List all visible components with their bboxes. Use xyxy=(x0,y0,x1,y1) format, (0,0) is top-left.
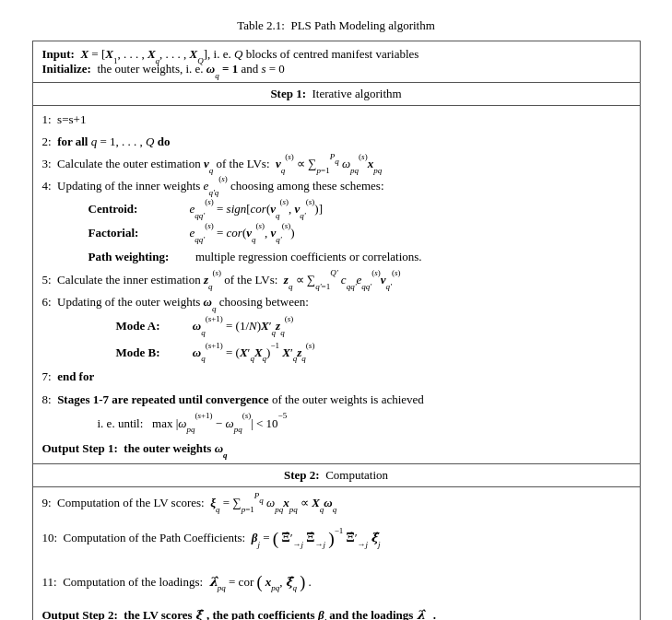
line4: 4: Updating of the inner weights eq'q(s)… xyxy=(42,175,631,197)
step1-header: Step 1: Iterative algorithm xyxy=(32,83,640,106)
line1: 1: s=s+1 xyxy=(42,109,631,131)
line8: 8: Stages 1-7 are repeated until converg… xyxy=(42,389,631,411)
step2-line9: 9: Computation of the LV scores: ξq = ∑p… xyxy=(42,490,631,517)
mode-b-line: Mode B: ωq(s+1) = (X′qXq)−1 X′qzq(s) xyxy=(42,340,631,367)
centroid-line: Centroid: eqq'(s) = sign[cor(νq(s), νq'(… xyxy=(42,197,631,221)
step1-body: 1: s=s+1 2: for all q = 1, . . . , Q do … xyxy=(32,106,640,464)
mode-a-line: Mode A: ωq(s+1) = (1/N)X′qzq(s) xyxy=(42,313,631,340)
line6: 6: Updating of the outer weights ωq choo… xyxy=(42,291,631,313)
input-line: Input: X = [X1, . . . , Xq, . . . , XQ],… xyxy=(42,47,631,62)
initialize-line: Initialize: the outer weights, i. e. ωq … xyxy=(42,62,631,76)
line3: 3: Calculate the outer estimation νq of … xyxy=(42,153,631,175)
step2-body: 9: Computation of the LV scores: ξq = ∑p… xyxy=(32,487,640,620)
step2-line11: 11: Computation of the loadings: λ̂pq = … xyxy=(42,562,631,604)
convergence-line: i. e. until: max |ωpq(s+1) − ωpq(s)| < 1… xyxy=(42,411,631,438)
table-title: Table 2.1: PLS Path Modeling algorithm xyxy=(32,18,641,33)
output-step1: Output Step 1: the outer weights ωq xyxy=(42,437,631,461)
output-step2: Output Step 2: the LV scores ξ̂q, the pa… xyxy=(42,603,631,620)
line2: 2: for all q = 1, . . . , Q do xyxy=(42,131,631,153)
page-container: Table 2.1: PLS Path Modeling algorithm I… xyxy=(32,18,641,620)
path-weighting-line: Path weighting: multiple regression coef… xyxy=(42,245,631,269)
factorial-line: Factorial: eqq'(s) = cor(νq(s), νq'(s)) xyxy=(42,221,631,245)
line7: 7: end for xyxy=(42,366,631,388)
step2-header: Step 2: Computation xyxy=(32,464,640,487)
line5: 5: Calculate the inner estimation zq(s) … xyxy=(42,269,631,291)
step2-line10: 10: Computation of the Path Coefficients… xyxy=(42,517,631,562)
algorithm-table: Input: X = [X1, . . . , Xq, . . . , XQ],… xyxy=(32,41,641,620)
